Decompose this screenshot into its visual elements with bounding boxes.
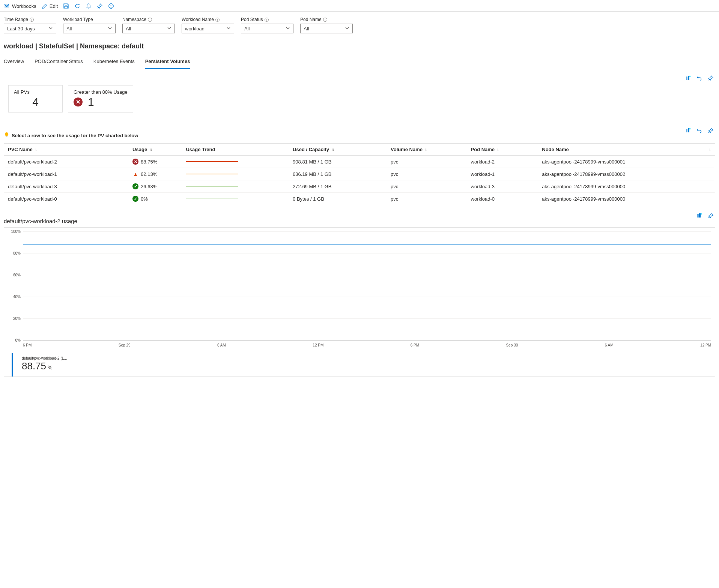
- y-axis-label: 40%: [8, 295, 21, 299]
- info-icon[interactable]: i: [148, 18, 152, 22]
- page-title: workload | StatefulSet | Namespace: defa…: [0, 37, 719, 54]
- table-row[interactable]: default/pvc-workload-1▲62.13%636.19 MB /…: [4, 168, 715, 180]
- y-axis-label: 100%: [8, 230, 21, 234]
- table-row[interactable]: default/pvc-workload-2✕88.75%908.81 MB /…: [4, 156, 715, 168]
- filter-label: Workload Type: [63, 17, 93, 22]
- x-axis-label: 12 PM: [700, 343, 711, 347]
- info-icon[interactable]: i: [323, 18, 327, 22]
- filter-label: Pod Name: [300, 17, 322, 22]
- log-analytics-icon[interactable]: [685, 75, 691, 82]
- table-row[interactable]: default/pvc-workload-3✓26.63%272.69 MB /…: [4, 180, 715, 193]
- info-icon[interactable]: i: [265, 18, 269, 22]
- svg-rect-8: [688, 128, 689, 132]
- log-analytics-icon[interactable]: [685, 128, 691, 135]
- undo-icon[interactable]: [696, 75, 702, 82]
- cell-node-name: aks-agentpool-24178999-vmss000000: [542, 196, 711, 202]
- svg-point-12: [701, 213, 702, 215]
- workbooks-button[interactable]: Workbooks: [4, 3, 36, 9]
- tab-persistent-volumes[interactable]: Persistent Volumes: [145, 56, 190, 69]
- pv-table: PVC Name↑↓ Usage↑↓ Usage Trend Used / Ca…: [4, 143, 715, 205]
- filter-pod-status: Pod Statusi All: [241, 17, 293, 33]
- status-icon: ✓: [132, 183, 138, 189]
- tab-overview[interactable]: Overview: [4, 56, 24, 69]
- chevron-down-icon: [167, 26, 171, 32]
- svg-point-1: [110, 5, 111, 6]
- hint-row: Select a row to see the usage for the PV…: [0, 118, 719, 143]
- col-used-capacity[interactable]: Used / Capacity↑↓: [293, 147, 391, 152]
- cell-node-name: aks-agentpool-24178999-vmss000000: [542, 184, 711, 189]
- filter-bar: Time Rangei Last 30 days Workload Type A…: [0, 12, 719, 37]
- help-icon[interactable]: [108, 3, 114, 9]
- cell-volume-name: pvc: [391, 159, 471, 165]
- gridline: [23, 340, 711, 340]
- cell-used-capacity: 908.81 MB / 1 GB: [293, 159, 391, 165]
- sort-icon: ↑↓: [149, 147, 152, 152]
- chart-summary: default/pvc-workload-2 (L... 88.75 %: [12, 353, 71, 376]
- undo-icon[interactable]: [696, 128, 702, 135]
- cell-used-capacity: 272.69 MB / 1 GB: [293, 184, 391, 189]
- cell-pod-name: workload-3: [471, 184, 542, 189]
- info-icon[interactable]: i: [215, 18, 220, 22]
- workload-name-dropdown[interactable]: workload: [182, 24, 234, 33]
- chevron-down-icon: [48, 26, 53, 32]
- pod-name-dropdown[interactable]: All: [300, 24, 353, 33]
- svg-rect-11: [699, 213, 701, 218]
- chart-title: default/pvc-workload-2 usage: [0, 205, 81, 227]
- alert-icon[interactable]: [86, 3, 92, 9]
- chevron-down-icon: [226, 26, 231, 32]
- cell-usage: ✓26.63%: [132, 183, 186, 189]
- pin-icon[interactable]: [708, 213, 714, 220]
- refresh-icon[interactable]: [74, 3, 80, 9]
- svg-rect-3: [686, 76, 687, 80]
- tab-pod-container-status[interactable]: POD/Container Status: [35, 56, 83, 69]
- log-analytics-icon[interactable]: [696, 213, 702, 220]
- pin-icon[interactable]: [97, 3, 103, 9]
- card-value: 1: [88, 96, 94, 108]
- cell-used-capacity: 0 Bytes / 1 GB: [293, 196, 391, 202]
- sort-icon: ↑↓: [497, 147, 499, 152]
- chart-series-line: [23, 244, 711, 244]
- card-gt80-usage[interactable]: Greater than 80% Usage ✕ 1: [68, 85, 133, 112]
- col-pvc-name[interactable]: PVC Name↑↓: [8, 147, 132, 152]
- col-pod-name[interactable]: Pod Name↑↓: [471, 147, 542, 152]
- x-axis-label: 6 PM: [411, 343, 419, 347]
- y-axis-label: 80%: [8, 251, 21, 255]
- time-range-dropdown[interactable]: Last 30 days: [4, 24, 56, 33]
- cell-pvc-name: default/pvc-workload-0: [8, 196, 132, 202]
- info-icon[interactable]: i: [30, 18, 34, 22]
- gridline: [23, 275, 711, 275]
- chart-summary-value: 88.75: [22, 360, 46, 372]
- chart-plot-area[interactable]: 100%80%60%40%20%0%: [23, 231, 711, 340]
- namespace-dropdown[interactable]: All: [122, 24, 175, 33]
- sort-icon: ↑↓: [331, 147, 334, 152]
- save-icon[interactable]: [63, 3, 69, 9]
- card-all-pvs[interactable]: All PVs 4: [8, 85, 63, 112]
- x-axis-label: Sep 29: [119, 343, 131, 347]
- table-row[interactable]: default/pvc-workload-0✓0%0 Bytes / 1 GBp…: [4, 193, 715, 205]
- status-icon: ✕: [132, 159, 138, 165]
- gridline: [23, 297, 711, 297]
- pin-icon[interactable]: [708, 128, 714, 135]
- error-circle-icon: ✕: [74, 98, 83, 106]
- y-axis-label: 20%: [8, 316, 21, 321]
- filter-label: Workload Name: [182, 17, 214, 22]
- cell-volume-name: pvc: [391, 196, 471, 202]
- pod-status-dropdown[interactable]: All: [241, 24, 293, 33]
- hint-text-row: Select a row to see the usage for the PV…: [0, 118, 142, 143]
- cell-usage-trend: [186, 186, 293, 187]
- tab-kubernetes-events[interactable]: Kubernetes Events: [93, 56, 135, 69]
- pencil-icon: [42, 3, 47, 9]
- sort-icon: ↑↓: [35, 147, 37, 152]
- pin-icon[interactable]: [708, 75, 714, 82]
- hint-text: Select a row to see the usage for the PV…: [12, 133, 138, 138]
- col-usage[interactable]: Usage↑↓: [132, 147, 186, 152]
- col-node-name[interactable]: Node Name↑↓: [542, 147, 711, 152]
- trend-sparkline: [186, 174, 238, 174]
- cell-usage-trend: [186, 198, 293, 199]
- chevron-down-icon: [108, 26, 112, 32]
- col-volume-name[interactable]: Volume Name↑↓: [391, 147, 471, 152]
- col-usage-trend[interactable]: Usage Trend: [186, 147, 293, 152]
- cell-node-name: aks-agentpool-24178999-vmss000002: [542, 171, 711, 177]
- edit-button[interactable]: Edit: [42, 3, 58, 9]
- workload-type-dropdown[interactable]: All: [63, 24, 116, 33]
